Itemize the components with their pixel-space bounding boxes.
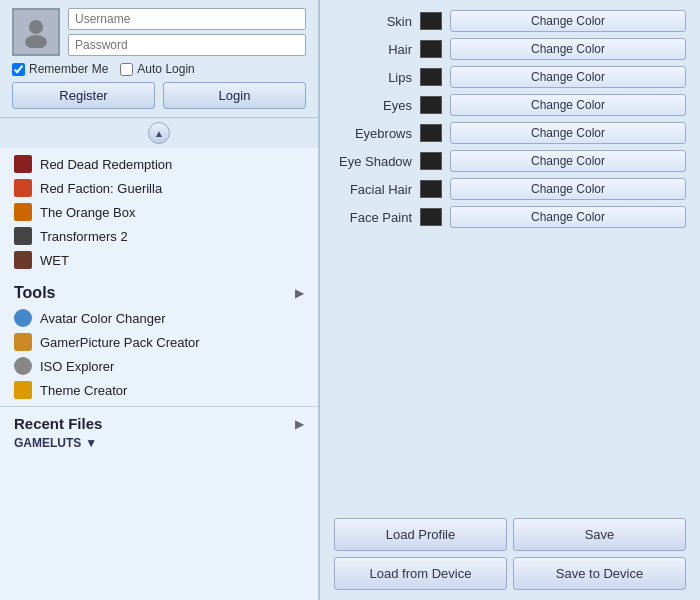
color-swatch (420, 152, 442, 170)
recent-files-arrow-icon: ▶ (295, 417, 304, 431)
change-color-button[interactable]: Change Color (450, 206, 686, 228)
tool-icon (14, 333, 32, 351)
color-row: Eyebrows Change Color (334, 122, 686, 144)
change-color-button[interactable]: Change Color (450, 38, 686, 60)
remember-me-label[interactable]: Remember Me (12, 62, 108, 76)
recent-files-dropdown-icon[interactable]: ▼ (85, 436, 97, 450)
game-icon (14, 251, 32, 269)
change-color-button[interactable]: Change Color (450, 10, 686, 32)
color-label: Hair (334, 42, 412, 57)
password-field[interactable] (68, 34, 306, 56)
scroll-up-button[interactable]: ▲ (148, 122, 170, 144)
auto-login-label[interactable]: Auto Login (120, 62, 194, 76)
game-item[interactable]: WET (0, 248, 318, 272)
color-label: Eye Shadow (334, 154, 412, 169)
game-icon (14, 155, 32, 173)
color-swatch (420, 68, 442, 86)
color-label: Facial Hair (334, 182, 412, 197)
change-color-button[interactable]: Change Color (450, 122, 686, 144)
color-label: Lips (334, 70, 412, 85)
game-name: Red Dead Redemption (40, 157, 172, 172)
recent-files-header: Recent Files ▶ (0, 406, 318, 434)
color-row: Face Paint Change Color (334, 206, 686, 228)
save-to-device-button[interactable]: Save to Device (513, 557, 686, 590)
tools-arrow-icon: ▶ (295, 286, 304, 300)
left-panel: Remember Me Auto Login Register Login ▲ … (0, 0, 320, 600)
color-swatch (420, 96, 442, 114)
game-icon (14, 179, 32, 197)
game-icon (14, 227, 32, 245)
remember-me-checkbox[interactable] (12, 63, 25, 76)
game-item[interactable]: The Orange Box (0, 200, 318, 224)
game-name: WET (40, 253, 69, 268)
load-from-device-button[interactable]: Load from Device (334, 557, 507, 590)
color-row: Hair Change Color (334, 38, 686, 60)
tool-icon (14, 357, 32, 375)
auto-login-checkbox[interactable] (120, 63, 133, 76)
tool-name: Avatar Color Changer (40, 311, 166, 326)
tool-item[interactable]: ISO Explorer (0, 354, 318, 378)
bottom-buttons: Load Profile Save Load from Device Save … (334, 518, 686, 590)
svg-point-1 (25, 35, 47, 48)
login-button[interactable]: Login (163, 82, 306, 109)
color-swatch (420, 124, 442, 142)
game-name: Red Faction: Guerilla (40, 181, 162, 196)
color-row: Facial Hair Change Color (334, 178, 686, 200)
color-row: Skin Change Color (334, 10, 686, 32)
color-row: Eye Shadow Change Color (334, 150, 686, 172)
color-label: Face Paint (334, 210, 412, 225)
color-label: Eyes (334, 98, 412, 113)
username-field[interactable] (68, 8, 306, 30)
change-color-button[interactable]: Change Color (450, 94, 686, 116)
game-item[interactable]: Red Faction: Guerilla (0, 176, 318, 200)
tools-list: Avatar Color Changer GamerPicture Pack C… (0, 306, 318, 402)
color-list: Skin Change Color Hair Change Color Lips… (334, 10, 686, 508)
right-panel: Skin Change Color Hair Change Color Lips… (320, 0, 700, 600)
tool-item[interactable]: GamerPicture Pack Creator (0, 330, 318, 354)
game-name: Transformers 2 (40, 229, 128, 244)
register-button[interactable]: Register (12, 82, 155, 109)
tool-icon (14, 309, 32, 327)
recent-files-title: Recent Files (14, 415, 102, 432)
tool-item[interactable]: Theme Creator (0, 378, 318, 402)
tools-title: Tools (14, 284, 55, 302)
game-item[interactable]: Red Dead Redemption (0, 152, 318, 176)
tool-name: GamerPicture Pack Creator (40, 335, 200, 350)
color-swatch (420, 180, 442, 198)
recent-files-subtitle: GAMELUTS ▼ (0, 434, 318, 452)
color-label: Eyebrows (334, 126, 412, 141)
checkbox-row: Remember Me Auto Login (12, 62, 306, 76)
scroll-up-section: ▲ (0, 118, 318, 148)
load-profile-button[interactable]: Load Profile (334, 518, 507, 551)
color-row: Eyes Change Color (334, 94, 686, 116)
change-color-button[interactable]: Change Color (450, 178, 686, 200)
change-color-button[interactable]: Change Color (450, 66, 686, 88)
change-color-button[interactable]: Change Color (450, 150, 686, 172)
game-item[interactable]: Transformers 2 (0, 224, 318, 248)
game-name: The Orange Box (40, 205, 135, 220)
login-fields (68, 8, 306, 56)
svg-point-0 (29, 20, 43, 34)
tool-name: Theme Creator (40, 383, 127, 398)
tool-item[interactable]: Avatar Color Changer (0, 306, 318, 330)
color-row: Lips Change Color (334, 66, 686, 88)
game-list: Red Dead Redemption Red Faction: Guerill… (0, 148, 318, 276)
game-icon (14, 203, 32, 221)
tool-icon (14, 381, 32, 399)
tools-section-header: Tools ▶ (0, 276, 318, 306)
color-swatch (420, 208, 442, 226)
color-swatch (420, 12, 442, 30)
login-section: Remember Me Auto Login Register Login (0, 0, 318, 118)
color-swatch (420, 40, 442, 58)
login-button-row: Register Login (12, 82, 306, 109)
save-button[interactable]: Save (513, 518, 686, 551)
avatar (12, 8, 60, 56)
color-label: Skin (334, 14, 412, 29)
tool-name: ISO Explorer (40, 359, 114, 374)
